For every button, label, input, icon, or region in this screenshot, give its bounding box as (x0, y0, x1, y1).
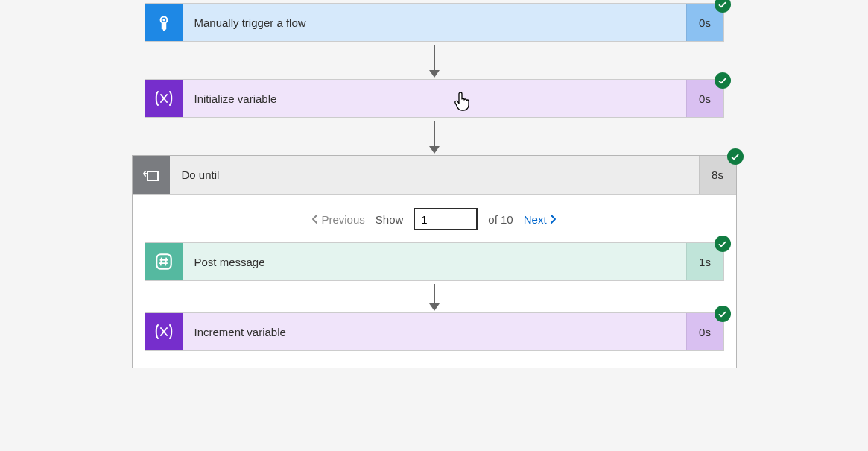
manual-trigger-icon (145, 4, 183, 41)
success-check-icon (715, 236, 731, 252)
step-title: Post message (183, 243, 686, 280)
svg-rect-3 (156, 254, 171, 269)
step-title: Manually trigger a flow (183, 4, 686, 41)
hashtag-icon (145, 243, 183, 280)
previous-label: Previous (321, 213, 364, 226)
chevron-left-icon (311, 214, 318, 224)
step-title: Increment variable (183, 313, 686, 350)
variable-icon (145, 313, 183, 350)
chevron-right-icon (550, 214, 557, 224)
next-label: Next (524, 213, 547, 226)
arrow-down-icon (429, 45, 440, 78)
show-label: Show (376, 213, 404, 226)
loop-body: Previous Show of 10 Next Post m (133, 195, 736, 368)
svg-rect-2 (148, 171, 158, 180)
iteration-pager: Previous Show of 10 Next (145, 208, 724, 230)
success-check-icon (715, 72, 731, 89)
svg-point-1 (162, 19, 165, 21)
pager-next-button[interactable]: Next (524, 213, 557, 226)
arrow-down-icon (429, 121, 440, 154)
step-post-message[interactable]: Post message 1s (145, 242, 724, 281)
iteration-input[interactable] (414, 208, 478, 230)
step-manual-trigger[interactable]: Manually trigger a flow 0s (145, 3, 724, 42)
step-title: Initialize variable (183, 80, 686, 117)
step-title: Do until (170, 156, 699, 194)
step-do-until[interactable]: Do until 8s Previous Show of 10 Next (132, 155, 737, 368)
arrow-down-icon (429, 284, 440, 311)
success-check-icon (715, 306, 731, 322)
step-increment-variable[interactable]: Increment variable 0s (145, 312, 724, 351)
step-initialize-variable[interactable]: Initialize variable 0s (145, 79, 724, 118)
flow-run-diagram: Manually trigger a flow 0s Initialize va… (0, 3, 868, 368)
variable-icon (145, 80, 183, 117)
of-total-label: of 10 (488, 213, 513, 226)
success-check-icon (727, 148, 744, 165)
pager-previous-button[interactable]: Previous (311, 213, 364, 226)
loop-icon (133, 156, 170, 194)
